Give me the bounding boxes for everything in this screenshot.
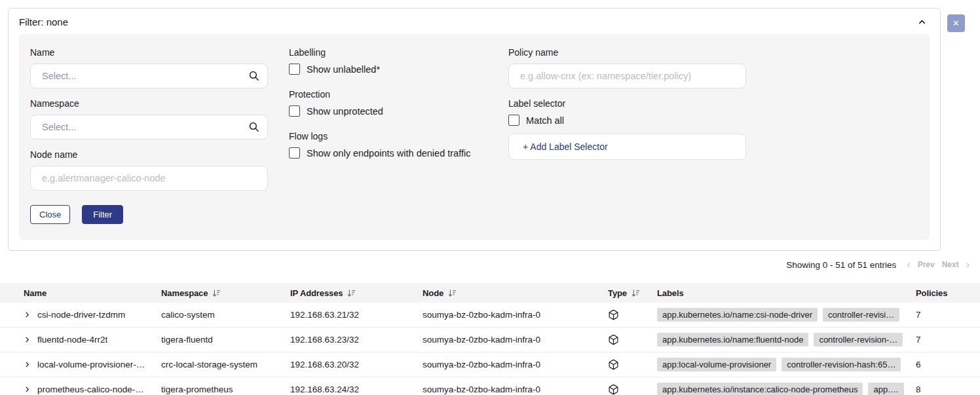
show-unprotected-checkbox-row[interactable]: Show unprotected [289, 105, 487, 117]
expand-row-icon[interactable] [24, 361, 31, 368]
label-chip: app.kubernetes.io/instance:calico-node-p… [657, 383, 863, 395]
endpoint-namespace: calico-system [161, 310, 290, 320]
endpoint-ip: 192.168.63.20/32 [290, 360, 423, 369]
namespace-field: Namespace [30, 98, 268, 140]
close-icon: ✕ [952, 18, 960, 28]
column-header-policies: Policies [911, 288, 980, 298]
close-panel-button[interactable]: ✕ [947, 14, 965, 32]
node-name-field: Node name [30, 149, 268, 191]
sort-icon [448, 289, 457, 297]
checkbox[interactable] [289, 64, 300, 75]
label-chip: app:local-volume-provisioner [657, 358, 776, 371]
expand-row-icon[interactable] [24, 336, 31, 343]
column-header-type[interactable]: Type [608, 288, 657, 298]
table-row[interactable]: prometheus-calico-node-… tigera-promethe… [0, 377, 980, 395]
column-header-ip-addresses[interactable]: IP Addresses [290, 288, 423, 298]
pod-type-icon [608, 384, 657, 395]
node-name-input[interactable] [30, 166, 268, 191]
endpoint-policies-count: 6 [911, 360, 980, 369]
entries-summary: Showing 0 - 51 of 51 entries [786, 260, 896, 270]
prev-button[interactable]: Prev [918, 260, 935, 269]
table-row[interactable]: local-volume-provisioner-… crc-local-sto… [0, 352, 980, 377]
label-selector-group: Label selector Match all + Add Label Sel… [508, 98, 746, 160]
endpoint-ip: 192.168.63.23/32 [290, 335, 423, 345]
filter-column-left: Name Namespace [30, 47, 268, 224]
filter-top-row: Filter: none Name [0, 0, 980, 251]
endpoints-table: Name Namespace IP Addresses Node Type La… [0, 283, 980, 395]
table-row[interactable]: fluentd-node-4rr2t tigera-fluentd 192.16… [0, 328, 980, 352]
pagination: Showing 0 - 51 of 51 entries ‹ Prev Next… [786, 259, 970, 270]
endpoint-labels: app.kubernetes.io/name:csi-node-driver c… [657, 308, 911, 322]
show-unprotected-label: Show unprotected [307, 106, 383, 117]
policy-name-field: Policy name [508, 47, 746, 88]
sort-icon [631, 289, 640, 297]
denied-traffic-checkbox-row[interactable]: Show only endpoints with denied traffic [289, 147, 487, 159]
search-icon [248, 70, 259, 81]
checkbox[interactable] [508, 115, 519, 126]
checkbox[interactable] [289, 105, 300, 117]
namespace-label: Namespace [30, 98, 268, 109]
expand-row-icon[interactable] [24, 386, 31, 393]
flow-logs-group: Flow logs Show only endpoints with denie… [289, 131, 487, 159]
labelling-label: Labelling [289, 47, 487, 58]
table-row[interactable]: csi-node-driver-tzdmm calico-system 192.… [0, 303, 980, 328]
add-label-selector-button[interactable]: + Add Label Selector [508, 134, 746, 160]
pod-type-icon [608, 309, 657, 320]
endpoint-namespace: tigera-prometheus [161, 385, 290, 394]
pod-type-icon [608, 359, 657, 370]
filter-button[interactable]: Filter [82, 205, 123, 224]
sort-icon [212, 289, 221, 297]
column-header-node[interactable]: Node [423, 288, 608, 298]
label-chip: controller-revision-… [814, 333, 903, 347]
name-field: Name [30, 47, 268, 88]
endpoint-ip: 192.168.63.21/32 [290, 310, 423, 320]
checkbox[interactable] [289, 147, 300, 159]
flow-logs-label: Flow logs [289, 131, 487, 141]
policy-name-input[interactable] [508, 64, 746, 88]
column-header-namespace[interactable]: Namespace [161, 288, 290, 298]
pod-type-icon [608, 334, 657, 345]
namespace-select-input[interactable] [30, 115, 268, 140]
filter-column-middle: Labelling Show unlabelled* Protection Sh… [289, 47, 487, 224]
filter-form: Name Namespace [19, 34, 930, 240]
node-name-label: Node name [30, 149, 268, 160]
label-chip: controller-revisi… [823, 308, 899, 322]
chevron-up-icon [917, 17, 927, 27]
endpoint-name: fluentd-node-4rr2t [37, 335, 107, 345]
label-chip: app.kubernetes.io/name:csi-node-driver [657, 308, 818, 322]
endpoint-ip: 192.168.63.24/32 [290, 385, 423, 394]
next-button[interactable]: Next [942, 260, 959, 269]
next-arrow-icon[interactable]: › [966, 259, 970, 270]
policy-name-label: Policy name [508, 47, 746, 58]
endpoint-name: prometheus-calico-node-… [37, 385, 144, 394]
name-select-input[interactable] [30, 64, 268, 88]
endpoint-node: soumya-bz-0zbo-kadm-infra-0 [423, 360, 608, 369]
column-header-name[interactable]: Name [24, 288, 161, 298]
endpoint-labels: app.kubernetes.io/instance:calico-node-p… [657, 383, 911, 395]
endpoint-namespace: tigera-fluentd [161, 335, 290, 345]
filter-column-right: Policy name Label selector Match all + A… [508, 47, 746, 224]
endpoint-node: soumya-bz-0zbo-kadm-infra-0 [423, 310, 608, 320]
show-unlabelled-checkbox-row[interactable]: Show unlabelled* [289, 64, 487, 75]
endpoint-labels: app.kubernetes.io/name:fluentd-node cont… [657, 333, 911, 347]
protection-group: Protection Show unprotected [289, 89, 487, 117]
filter-buttons: Close Filter [30, 205, 268, 224]
labelling-group: Labelling Show unlabelled* [289, 47, 487, 75]
label-chip: app.kubernetes.io/name:fluentd-node [657, 333, 808, 347]
close-button[interactable]: Close [30, 205, 70, 224]
expand-row-icon[interactable] [24, 311, 31, 318]
endpoint-node: soumya-bz-0zbo-kadm-infra-0 [423, 385, 608, 394]
collapse-panel-button[interactable] [916, 16, 928, 28]
filter-panel-header: Filter: none [9, 9, 940, 34]
endpoint-name: csi-node-driver-tzdmm [37, 310, 125, 320]
search-icon [248, 121, 259, 132]
label-selector-label: Label selector [508, 98, 746, 109]
endpoint-policies-count: 7 [911, 335, 980, 345]
sort-icon [347, 289, 356, 297]
protection-label: Protection [289, 89, 487, 100]
prev-arrow-icon[interactable]: ‹ [907, 259, 910, 270]
table-header: Name Namespace IP Addresses Node Type La… [0, 283, 980, 303]
match-all-checkbox-row[interactable]: Match all [508, 115, 746, 126]
column-header-labels: Labels [657, 288, 911, 298]
label-chip: app.… [868, 383, 903, 395]
